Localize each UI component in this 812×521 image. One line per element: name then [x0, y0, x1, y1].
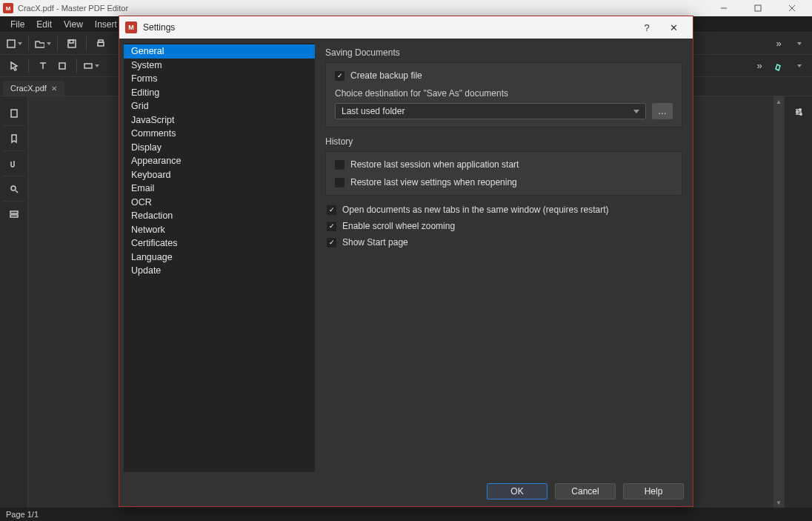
close-button[interactable] — [775, 0, 809, 16]
svg-point-15 — [799, 109, 800, 110]
svg-point-16 — [796, 111, 797, 113]
vertical-scrollbar[interactable]: ▲ ▼ — [773, 96, 784, 508]
dialog-footer: OK Cancel Help — [119, 477, 693, 506]
section-saving-label: Saving Documents — [325, 47, 682, 58]
svg-point-12 — [11, 186, 16, 190]
svg-rect-11 — [11, 110, 17, 117]
saveas-dest-label: Choice destination for "Save As" documen… — [335, 88, 673, 99]
nav-item-system[interactable]: System — [124, 59, 315, 73]
highlight-tool[interactable] — [771, 58, 787, 74]
nav-item-general[interactable]: General — [124, 44, 315, 59]
minimize-button[interactable] — [707, 0, 741, 16]
nav-item-display[interactable]: Display — [124, 141, 315, 155]
text-select-tool[interactable] — [35, 58, 51, 74]
doc-tab[interactable]: CracX.pdf ✕ — [3, 81, 64, 96]
scroll-track[interactable] — [773, 107, 784, 497]
nav-item-email[interactable]: Email — [124, 182, 315, 196]
search-icon[interactable] — [3, 176, 25, 202]
nav-item-editing[interactable]: Editing — [124, 86, 315, 100]
svg-rect-1 — [755, 5, 761, 11]
maximize-button[interactable] — [741, 0, 775, 16]
checkbox-icon — [327, 238, 336, 248]
svg-rect-8 — [99, 40, 103, 42]
menu-insert[interactable]: Insert — [89, 17, 123, 32]
main-titlebar: M CracX.pdf - Master PDF Editor — [0, 0, 812, 16]
svg-rect-10 — [84, 64, 92, 68]
checkbox-icon — [335, 178, 345, 188]
checkbox-icon — [327, 205, 336, 215]
create-backup-checkbox[interactable]: Create backup file — [335, 70, 673, 81]
scroll-up-icon[interactable]: ▲ — [773, 96, 784, 107]
window-title: CracX.pdf - Master PDF Editor — [18, 4, 128, 13]
svg-rect-9 — [59, 63, 65, 69]
open-tabs-checkbox[interactable]: Open documents as new tabs in the same w… — [327, 205, 681, 215]
menu-edit[interactable]: Edit — [30, 17, 58, 32]
print-button[interactable] — [93, 36, 109, 52]
attachments-icon[interactable] — [3, 151, 25, 176]
scroll-zoom-checkbox[interactable]: Enable scroll wheel zooming — [327, 221, 681, 231]
checkbox-icon — [335, 160, 345, 170]
nav-item-grid[interactable]: Grid — [124, 99, 315, 113]
svg-rect-4 — [7, 40, 15, 47]
open-tabs-label: Open documents as new tabs in the same w… — [342, 205, 609, 215]
dialog-close-button[interactable]: ✕ — [660, 16, 687, 39]
dialog-help-button[interactable]: ? — [633, 16, 660, 39]
nav-item-ocr[interactable]: OCR — [124, 196, 315, 210]
toolbar-2-overflow[interactable]: » — [751, 58, 768, 74]
saving-group: Create backup file Choice destination fo… — [325, 62, 682, 127]
show-start-checkbox[interactable]: Show Start page — [327, 237, 681, 248]
menu-view[interactable]: View — [58, 17, 89, 32]
pointer-tool[interactable] — [6, 58, 22, 74]
form-tool[interactable] — [83, 58, 99, 74]
menu-file[interactable]: File — [4, 17, 30, 32]
dialog-nav: GeneralSystemFormsEditingGridJavaScriptC… — [124, 43, 315, 472]
open-button[interactable] — [35, 36, 51, 52]
saveas-dest-combo[interactable]: Last used folder — [335, 103, 646, 119]
nav-item-update[interactable]: Update — [124, 264, 315, 278]
ok-button[interactable]: OK — [487, 483, 548, 500]
toolbar-1-overflow[interactable]: » — [771, 36, 787, 52]
settings-dialog: M Settings ? ✕ GeneralSystemFormsEditing… — [119, 16, 693, 507]
section-history-label: History — [325, 136, 682, 147]
browse-button[interactable]: … — [652, 103, 673, 119]
bookmarks-icon[interactable] — [3, 126, 25, 151]
nav-item-redaction[interactable]: Redaction — [124, 209, 315, 223]
new-doc-button[interactable] — [6, 36, 22, 52]
right-sidebar — [784, 96, 812, 508]
restore-view-label: Restore last view settings when reopenin… — [350, 177, 517, 188]
edit-tool[interactable] — [54, 58, 70, 74]
create-backup-label: Create backup file — [350, 70, 422, 81]
scroll-zoom-label: Enable scroll wheel zooming — [342, 221, 455, 231]
thumbnails-icon[interactable] — [3, 101, 25, 126]
nav-item-forms[interactable]: Forms — [124, 72, 315, 86]
layers-icon[interactable] — [3, 202, 25, 227]
cancel-button[interactable]: Cancel — [555, 483, 616, 500]
app-icon: M — [3, 3, 13, 13]
nav-item-appearance[interactable]: Appearance — [124, 154, 315, 168]
show-start-label: Show Start page — [342, 237, 408, 248]
nav-item-certificates[interactable]: Certificates — [124, 236, 315, 250]
svg-rect-13 — [10, 211, 18, 213]
close-icon[interactable]: ✕ — [51, 84, 57, 93]
nav-item-comments[interactable]: Comments — [124, 127, 315, 141]
nav-item-network[interactable]: Network — [124, 223, 315, 237]
checkbox-icon — [335, 71, 345, 81]
scroll-down-icon[interactable]: ▼ — [773, 497, 784, 508]
sliders-icon[interactable] — [788, 101, 810, 123]
nav-item-keyboard[interactable]: Keyboard — [124, 168, 315, 182]
toolbar-2-more: » — [751, 58, 806, 74]
left-sidebar — [0, 96, 28, 508]
toolbar-1-more: » — [771, 36, 806, 52]
help-button[interactable]: Help — [623, 483, 684, 500]
toolbar-2-dropdown[interactable] — [790, 58, 806, 74]
restore-session-checkbox[interactable]: Restore last session when application st… — [335, 159, 673, 170]
svg-rect-14 — [10, 215, 18, 217]
nav-item-javascript[interactable]: JavaScript — [124, 113, 315, 127]
nav-item-language[interactable]: Language — [124, 250, 315, 265]
toolbar-1-dropdown[interactable] — [790, 36, 806, 52]
statusbar: Page 1/1 — [0, 508, 812, 521]
restore-view-checkbox[interactable]: Restore last view settings when reopenin… — [335, 177, 673, 188]
dialog-title: Settings — [143, 22, 175, 33]
save-button[interactable] — [64, 36, 80, 52]
svg-point-17 — [799, 113, 801, 115]
